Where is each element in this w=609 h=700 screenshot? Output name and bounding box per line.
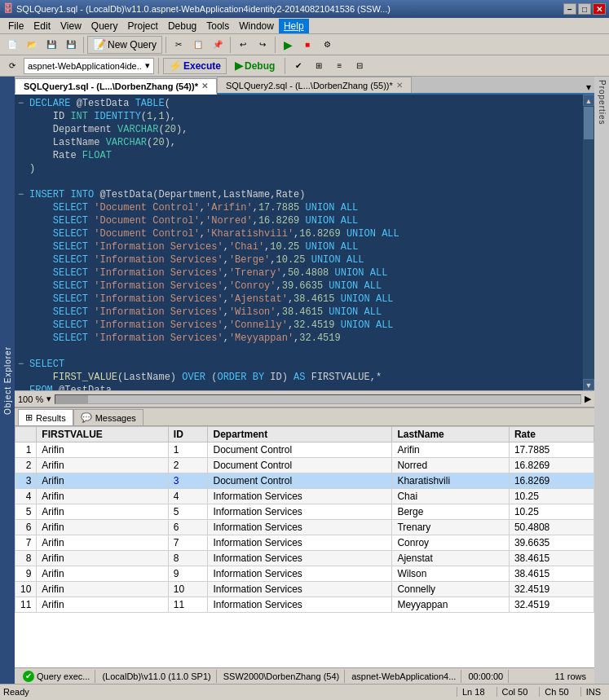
toolbar-btn-q3[interactable]: ≡ (330, 57, 348, 75)
toolbar-btn-q4[interactable]: ⊟ (351, 57, 368, 75)
debug-button[interactable]: ▶ Debug (229, 58, 280, 74)
execute-button[interactable]: ⚡ Execute (163, 58, 227, 74)
col-header-dept[interactable]: Department (208, 427, 392, 442)
id-cell: 8 (168, 551, 208, 566)
table-row[interactable]: 2Arifin2Document ControlNorred16.8269 (15, 458, 594, 473)
table-row[interactable]: 11Arifin11Information ServicesMeyyappan3… (15, 597, 594, 613)
id-cell: 2 (168, 458, 208, 473)
results-tab-messages[interactable]: 💬 Messages (73, 409, 143, 425)
toolbar-btn-save[interactable]: 💾 (42, 36, 60, 54)
col-header-lastname[interactable]: LastName (392, 427, 509, 442)
menu-debug[interactable]: Debug (163, 19, 201, 33)
code-line: − DECLARE @TestData TABLE( (15, 98, 583, 111)
properties-panel[interactable]: Properties (594, 77, 609, 684)
object-explorer-panel[interactable]: Object Explorer (0, 77, 15, 684)
menu-tools[interactable]: Tools (201, 19, 234, 33)
toolbar-btn-1[interactable]: 📄 (3, 36, 21, 54)
menu-help[interactable]: Help (279, 19, 309, 33)
db-selector-arrow: ▾ (145, 60, 150, 71)
zoom-scroll-right[interactable]: ▶ (585, 394, 591, 404)
menu-query[interactable]: Query (86, 19, 123, 33)
menu-window[interactable]: Window (234, 19, 279, 33)
tabs-arrow[interactable]: ▾ (583, 81, 594, 93)
new-query-icon: 📝 (93, 38, 106, 51)
code-editor[interactable]: − DECLARE @TestData TABLE( ID INT IDENTI… (15, 95, 583, 390)
lastname-cell: Connelly (392, 582, 509, 597)
zoom-label: 100 % (18, 394, 43, 404)
code-line: − INSERT INTO @TestData(Department,LastN… (15, 189, 583, 202)
zoom-dropdown-arrow[interactable]: ▾ (46, 394, 51, 404)
scroll-down-button[interactable]: ▼ (583, 379, 594, 390)
status-rows-label: 11 rows (554, 671, 586, 681)
toolbar-sep-1 (83, 37, 84, 53)
tab-sqlquery2[interactable]: SQLQuery2.sql - (L...\DorbenZhang (55))*… (217, 77, 412, 93)
status-query-label: Query exec... (37, 671, 90, 681)
scroll-up-button[interactable]: ▲ (583, 95, 594, 106)
toolbar-btn-check[interactable]: ✔ (289, 57, 307, 75)
results-table-container[interactable]: FIRSTVALUE ID Department LastName Rate 1… (15, 426, 594, 667)
toolbar-btn-run[interactable]: ▶ (279, 36, 297, 54)
results-tab-results[interactable]: ⊞ Results (18, 409, 73, 425)
code-line: Rate FLOAT (15, 150, 583, 163)
table-row[interactable]: 3Arifin3Document ControlKharatishvili16.… (15, 473, 594, 489)
code-line: LastName VARCHAR(20), (15, 137, 583, 150)
status-time-label: 00:00:00 (468, 671, 503, 681)
table-row[interactable]: 7Arifin7Information ServicesConroy39.663… (15, 535, 594, 551)
status-time: 00:00:00 (463, 670, 509, 683)
row-number-cell: 3 (15, 473, 37, 489)
toolbar-btn-parse[interactable]: ⚙ (318, 36, 336, 54)
table-row[interactable]: 8Arifin8Information ServicesAjenstat38.4… (15, 551, 594, 566)
toolbar-btn-stop[interactable]: ■ (298, 36, 316, 54)
table-row[interactable]: 9Arifin9Information ServicesWilson38.461… (15, 566, 594, 582)
firstvalue-cell: Arifin (37, 504, 168, 520)
firstvalue-cell: Arifin (37, 520, 168, 535)
toolbar-btn-paste[interactable]: 📌 (209, 36, 227, 54)
zoom-scrollbar[interactable] (55, 394, 581, 404)
status-rows: 11 rows (549, 670, 591, 683)
new-query-button[interactable]: 📝 New Query (87, 36, 162, 54)
lastname-cell: Trenary (392, 520, 509, 535)
menu-edit[interactable]: Edit (29, 19, 55, 33)
code-line: − SELECT (15, 359, 583, 372)
table-row[interactable]: 6Arifin6Information ServicesTrenary50.48… (15, 520, 594, 535)
status-server: (LocalDb)\v11.0 (11.0 SP1) (97, 670, 216, 683)
toolbar-btn-copy[interactable]: 📋 (189, 36, 207, 54)
menu-file[interactable]: File (3, 19, 29, 33)
rate-cell: 38.4615 (509, 551, 594, 566)
toolbar-sep-2 (165, 37, 166, 53)
col-indicator: Col 50 (496, 687, 533, 697)
rate-cell: 10.25 (509, 489, 594, 504)
toolbar-btn-redo[interactable]: ↪ (254, 36, 271, 54)
scroll-thumb[interactable] (584, 107, 594, 139)
toolbar-btn-q1[interactable]: ⟳ (3, 57, 21, 75)
table-row[interactable]: 4Arifin4Information ServicesChai10.25 (15, 489, 594, 504)
menu-view[interactable]: View (55, 19, 86, 33)
toolbar-btn-q2[interactable]: ⊞ (310, 57, 328, 75)
editor-vertical-scrollbar[interactable]: ▲ ▼ (583, 95, 594, 390)
menu-project[interactable]: Project (123, 19, 163, 33)
toolbar-btn-2[interactable]: 📂 (23, 36, 41, 54)
toolbar-btn-cut[interactable]: ✂ (170, 36, 188, 54)
minimize-button[interactable]: − (563, 3, 576, 15)
scroll-track[interactable] (583, 106, 594, 379)
tab2-close[interactable]: ✕ (396, 81, 403, 90)
lastname-cell: Arifin (392, 442, 509, 458)
rate-cell: 17.7885 (509, 442, 594, 458)
debug-label: Debug (245, 60, 275, 72)
close-button[interactable]: ✕ (593, 3, 606, 15)
code-line: SELECT 'Information Services','Wilson',3… (15, 306, 583, 319)
col-header-rate[interactable]: Rate (509, 427, 594, 442)
toolbar-btn-undo[interactable]: ↩ (234, 36, 252, 54)
col-header-id[interactable]: ID (168, 427, 208, 442)
rate-cell: 39.6635 (509, 535, 594, 551)
row-number-cell: 2 (15, 458, 37, 473)
col-header-firstvalue[interactable]: FIRSTVALUE (37, 427, 168, 442)
tab-sqlquery1[interactable]: SQLQuery1.sql - (L...\DorbenZhang (54))*… (15, 78, 217, 95)
table-row[interactable]: 5Arifin5Information ServicesBerge10.25 (15, 504, 594, 520)
table-row[interactable]: 10Arifin10Information ServicesConnelly32… (15, 582, 594, 597)
table-row[interactable]: 1Arifin1Document ControlArifin17.7885 (15, 442, 594, 458)
toolbar-btn-saveall[interactable]: 💾 (62, 36, 80, 54)
db-selector-dropdown[interactable]: aspnet-WebApplication4ide... ▾ (24, 58, 154, 74)
maximize-button[interactable]: □ (578, 3, 591, 15)
tab1-close[interactable]: ✕ (201, 81, 208, 90)
